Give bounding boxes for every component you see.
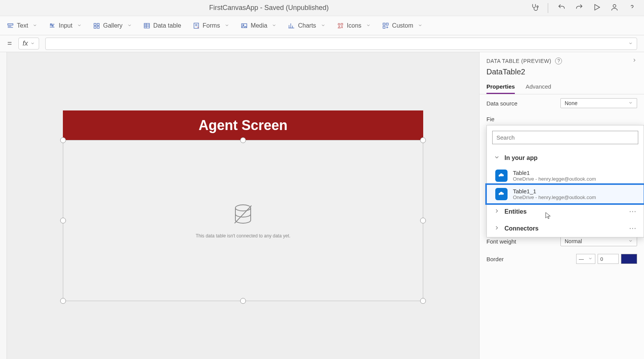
chevron-down-icon <box>494 154 500 162</box>
more-icon[interactable]: ··· <box>629 208 637 215</box>
ds-section-in-your-app[interactable]: In your app <box>487 150 644 166</box>
border-color-swatch[interactable] <box>621 254 637 264</box>
data-source-search-input[interactable] <box>492 131 638 144</box>
ribbon-gallery[interactable]: Gallery <box>93 22 132 29</box>
svg-point-18 <box>235 205 251 211</box>
resize-handle[interactable] <box>420 298 426 304</box>
collapse-panel-icon[interactable] <box>632 58 637 64</box>
ribbon-forms-label: Forms <box>203 22 220 29</box>
ds-section-connectors[interactable]: Connectors ··· <box>487 220 644 237</box>
properties-panel: DATA TABLE (PREVIEW) ? DataTable2 Proper… <box>479 52 644 359</box>
help-icon[interactable]: ? <box>555 58 562 64</box>
chevron-down-icon <box>321 22 325 29</box>
chevron-down-icon <box>127 22 132 29</box>
svg-rect-7 <box>94 26 96 28</box>
chevron-right-icon <box>494 208 500 216</box>
person-icon[interactable] <box>610 3 619 13</box>
fx-button[interactable]: fx <box>18 38 39 49</box>
ribbon-toolbar: Text Input Gallery Data table Forms Medi… <box>0 16 644 35</box>
prop-font-weight-label: Font weight <box>486 238 560 245</box>
ds-section-entities[interactable]: Entities ··· <box>487 203 644 220</box>
empty-data-text: This data table isn't connected to any d… <box>196 233 290 239</box>
ribbon-text[interactable]: Text <box>7 22 37 29</box>
chevron-down-icon <box>366 22 371 29</box>
screen-header-label: Agent Screen <box>63 110 423 140</box>
ds-item-sub: OneDrive - henry.legge@outlook.com <box>513 194 596 200</box>
data-source-dropdown[interactable]: None <box>560 98 637 108</box>
selected-data-table[interactable]: This data table isn't connected to any d… <box>63 140 423 301</box>
tab-advanced[interactable]: Advanced <box>526 80 551 94</box>
chevron-down-icon <box>418 22 422 29</box>
border-style-dropdown[interactable]: — <box>576 254 595 264</box>
svg-point-1 <box>613 4 616 7</box>
svg-line-19 <box>235 206 251 223</box>
svg-rect-14 <box>341 23 343 25</box>
chevron-down-icon <box>225 22 229 29</box>
ribbon-icons-label: Icons <box>347 22 361 29</box>
help-icon[interactable] <box>628 3 636 13</box>
svg-point-13 <box>338 23 340 25</box>
stethoscope-icon[interactable] <box>530 3 539 13</box>
onedrive-icon <box>495 188 508 200</box>
chevron-down-icon <box>628 100 633 106</box>
left-rail[interactable] <box>0 52 7 359</box>
ds-item-name: Table1_1 <box>513 188 596 194</box>
cursor-icon <box>545 212 551 219</box>
chevron-down-icon <box>77 22 82 29</box>
ribbon-input[interactable]: Input <box>49 22 82 29</box>
svg-rect-11 <box>242 23 247 28</box>
resize-handle[interactable] <box>60 137 66 143</box>
ribbon-data-table[interactable]: Data table <box>143 22 181 29</box>
svg-rect-2 <box>8 23 13 25</box>
data-source-popup: In your app Table1 OneDrive - henry.legg… <box>486 125 644 237</box>
undo-icon[interactable] <box>557 3 566 13</box>
ribbon-charts-label: Charts <box>298 22 316 29</box>
chevron-down-icon[interactable] <box>628 40 633 47</box>
play-icon[interactable] <box>593 3 601 13</box>
resize-handle[interactable] <box>240 298 246 304</box>
redo-icon[interactable] <box>575 3 583 13</box>
equals-label: = <box>7 39 12 48</box>
ds-section-label: Entities <box>504 208 527 215</box>
ribbon-forms[interactable]: Forms <box>193 22 229 29</box>
ds-item-table1-1[interactable]: Table1_1 OneDrive - henry.legge@outlook.… <box>487 185 644 203</box>
control-name: DataTable2 <box>480 68 644 80</box>
ds-item-sub: OneDrive - henry.legge@outlook.com <box>513 176 596 182</box>
database-empty-icon <box>231 203 255 229</box>
prop-data-source-label: Data source <box>486 100 560 107</box>
ribbon-custom[interactable]: Custom <box>382 22 422 29</box>
ds-item-name: Table1 <box>513 170 596 176</box>
border-width-input[interactable]: 0 <box>598 254 619 264</box>
chevron-down-icon <box>588 256 593 262</box>
onedrive-icon <box>495 170 508 182</box>
canvas-area[interactable]: Agent Screen This data table isn't conne… <box>7 52 479 359</box>
tab-properties[interactable]: Properties <box>486 80 515 94</box>
ribbon-text-label: Text <box>17 22 28 29</box>
titlebar: FirstCanvasApp - Saved (Unpublished) <box>0 0 644 16</box>
svg-rect-16 <box>386 23 388 25</box>
fx-label: fx <box>23 40 28 48</box>
resize-handle[interactable] <box>60 298 66 304</box>
resize-handle[interactable] <box>240 137 246 143</box>
resize-handle[interactable] <box>420 217 426 223</box>
formula-bar: = fx <box>0 35 644 52</box>
resize-handle[interactable] <box>420 137 426 143</box>
chevron-down-icon <box>30 40 35 48</box>
svg-point-3 <box>51 23 52 25</box>
ribbon-charts[interactable]: Charts <box>288 22 325 29</box>
ds-section-label: In your app <box>504 155 537 161</box>
svg-rect-8 <box>97 26 99 28</box>
chevron-right-icon <box>494 225 500 232</box>
app-title: FirstCanvasApp - Saved (Unpublished) <box>8 4 530 12</box>
resize-handle[interactable] <box>60 217 66 223</box>
ds-item-table1[interactable]: Table1 OneDrive - henry.legge@outlook.co… <box>487 166 644 185</box>
ribbon-media-label: Media <box>251 22 268 29</box>
formula-input[interactable] <box>49 40 628 47</box>
ribbon-icons[interactable]: Icons <box>337 22 371 29</box>
svg-rect-5 <box>94 23 96 25</box>
more-icon[interactable]: ··· <box>629 225 637 232</box>
ribbon-custom-label: Custom <box>392 22 413 29</box>
ribbon-media[interactable]: Media <box>241 22 277 29</box>
font-weight-dropdown[interactable]: Normal <box>560 236 637 246</box>
prop-fields-label: Fie <box>486 116 637 122</box>
